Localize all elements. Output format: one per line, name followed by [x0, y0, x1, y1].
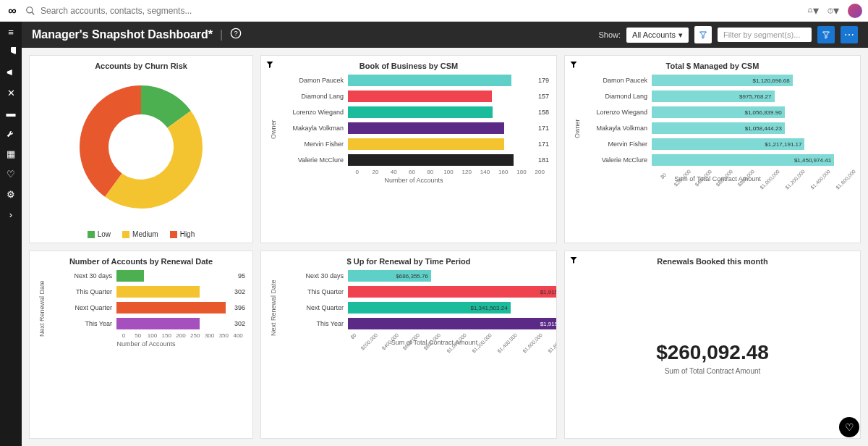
bar-row: Damon Paucek179	[278, 75, 549, 86]
bar-fill[interactable]	[348, 122, 504, 134]
pie-chart-icon[interactable]	[5, 46, 17, 58]
bar-value-label: 158	[538, 109, 549, 116]
avatar[interactable]	[848, 4, 862, 18]
search-input[interactable]	[41, 6, 258, 16]
bar-row: Mervin Fisher$1,217,191.17	[582, 138, 853, 150]
segment-filter-input[interactable]: Filter by segment(s)...	[718, 28, 812, 42]
menu-icon[interactable]: ≡	[5, 26, 17, 38]
bar-fill[interactable]: $1,056,839.90	[652, 106, 785, 118]
bar-fill[interactable]: $1,217,191.17	[652, 138, 804, 150]
bar-track	[348, 91, 531, 102]
axis-tick: 60	[403, 169, 421, 175]
bar-row: Next Quarter$1,341,503.24	[278, 302, 557, 314]
legend-high: High	[170, 230, 195, 238]
columns-icon[interactable]: ▬	[5, 107, 17, 119]
legend-medium: Medium	[122, 230, 158, 238]
page-header: Manager's Snapshot Dashboard* | ? Show: …	[22, 22, 868, 48]
bar-fill[interactable]	[348, 154, 514, 166]
bar-fill[interactable]	[116, 270, 144, 282]
axis-tick: 0	[116, 332, 131, 339]
bar-fill[interactable]	[116, 318, 200, 329]
title-separator: |	[220, 28, 223, 41]
axis-tick: 0	[348, 169, 366, 175]
card-filter-icon[interactable]	[569, 256, 578, 266]
bar-fill[interactable]: $686,355.76	[348, 270, 431, 282]
bar-value-label: 157	[538, 93, 549, 100]
donut-slice[interactable]	[105, 111, 203, 209]
account-filter-value: All Accounts	[632, 30, 676, 39]
apply-filter-button[interactable]	[817, 26, 835, 43]
y-axis-label: Owner	[572, 75, 582, 182]
notifications-icon[interactable]: ▾	[807, 5, 819, 17]
bar-category-label: Next 30 days	[47, 272, 112, 279]
axis-tick: 40	[385, 169, 403, 175]
bar-fill[interactable]	[348, 91, 492, 102]
bar-track: $1,217,191.17	[652, 138, 853, 150]
bar-track: $686,355.76	[348, 270, 557, 282]
card-title: Number of Accounts by Renewal Date	[37, 257, 245, 266]
help-icon[interactable]: ?▾	[827, 5, 839, 17]
axis-tick: 300	[203, 332, 217, 339]
segment-filter-icon-button[interactable]	[694, 26, 712, 43]
account-filter-select[interactable]: All Accounts ▾	[626, 28, 689, 43]
bar-track: $1,915,889.07	[348, 286, 557, 298]
megaphone-icon[interactable]	[5, 67, 17, 78]
bar-fill[interactable]	[116, 286, 200, 298]
bar-row: Lorenzo Wiegand158	[278, 106, 549, 118]
top-icons: ▾ ?▾	[807, 4, 862, 18]
svg-marker-8	[267, 62, 273, 68]
card-filter-icon[interactable]	[569, 60, 578, 71]
bar-row: Lorenzo Wiegand$1,056,839.90	[582, 106, 853, 118]
bar-row: Valerie McClure181	[278, 154, 549, 166]
bar-category-label: Valerie McClure	[278, 156, 344, 164]
more-actions-button[interactable]: ⋯	[841, 26, 858, 43]
bar-row: Mervin Fisher171	[278, 138, 549, 150]
bar-fill[interactable]: $1,915,889.07	[348, 286, 557, 298]
bar-fill[interactable]	[116, 302, 226, 314]
shuffle-icon[interactable]: ✕	[5, 87, 17, 98]
bar-category-label: Mervin Fisher	[582, 140, 647, 148]
bar-fill[interactable]	[348, 75, 511, 86]
card-renewal-value: $ Up for Renewal by Time Period Next Ren…	[260, 251, 557, 439]
bar-fill[interactable]	[348, 106, 493, 118]
bar-row: This Year$1,915,889.07	[278, 318, 557, 329]
bar-fill[interactable]: $975,768.27	[652, 91, 775, 102]
feedback-heart-button[interactable]: ♡	[839, 417, 859, 437]
bar-category-label: Diamond Lang	[278, 93, 344, 100]
bar-category-label: Makayla Volkman	[582, 125, 647, 132]
bar-fill[interactable]: $1,915,889.07	[348, 318, 557, 329]
bar-fill[interactable]: $1,058,444.23	[652, 122, 785, 134]
bar-category-label: This Quarter	[278, 288, 344, 295]
bar-track: $1,450,974.41	[652, 154, 853, 166]
svg-marker-10	[571, 257, 577, 264]
bar-category-label: Mervin Fisher	[278, 140, 344, 148]
axis-tick: 50	[131, 332, 145, 339]
bar-row: Next 30 days$686,355.76	[278, 270, 557, 282]
x-axis-label: Sum of Total Contract Amount	[278, 339, 557, 346]
axis-tick: 100	[439, 169, 457, 175]
card-filter-icon[interactable]	[265, 60, 274, 71]
bar-fill[interactable]: $1,450,974.41	[652, 154, 834, 166]
bar-category-label: This Quarter	[47, 288, 112, 295]
gear-icon[interactable]: ⚙	[5, 188, 17, 200]
search-icon	[25, 5, 36, 17]
legend-low: Low	[88, 230, 111, 238]
bar-track	[348, 154, 531, 166]
card-title: $ Up for Renewal by Time Period	[268, 257, 549, 266]
bar-fill[interactable]	[348, 138, 504, 150]
metric-subtitle: Sum of Total Contract Amount	[665, 367, 761, 375]
bar-value-label: 171	[538, 125, 549, 132]
bar-category-label: Lorenzo Wiegand	[278, 109, 344, 116]
document-icon[interactable]: ▦	[5, 148, 17, 159]
bar-fill[interactable]: $1,120,696.68	[652, 75, 793, 86]
x-axis-label: Number of Accounts	[47, 340, 245, 348]
y-axis-label: Owner	[268, 75, 278, 184]
expand-icon[interactable]: ›	[5, 209, 17, 220]
bar-track	[116, 286, 227, 298]
help-circle-icon[interactable]: ?	[230, 28, 242, 42]
wrench-icon[interactable]	[5, 127, 17, 139]
bar-row: This Quarter302	[47, 286, 245, 298]
bar-fill[interactable]: $1,341,503.24	[348, 302, 511, 314]
y-axis-label: Next Renewal Date	[37, 270, 47, 348]
heart-icon[interactable]: ♡	[5, 168, 17, 180]
